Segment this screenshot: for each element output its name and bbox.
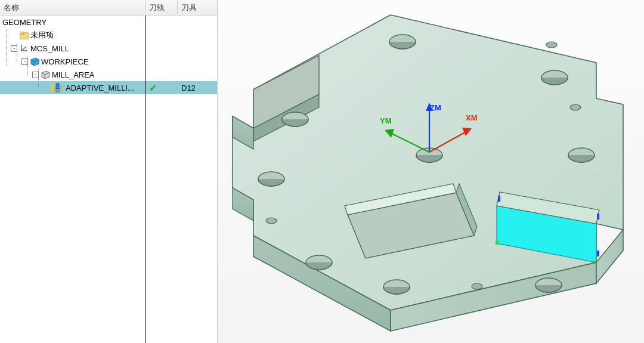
- tree-label-geometry: GEOMETRY: [2, 18, 47, 27]
- tree-label-mill-area: MILL_AREA: [52, 70, 95, 79]
- axis-x-label: XM: [466, 113, 478, 122]
- svg-marker-26: [596, 230, 623, 283]
- svg-point-38: [546, 42, 557, 48]
- column-header-name[interactable]: 名称: [0, 0, 145, 15]
- svg-rect-17: [597, 214, 599, 220]
- mill-area-icon: [41, 70, 50, 79]
- mcs-icon: [19, 44, 29, 53]
- svg-rect-19: [496, 241, 499, 245]
- check-icon: ✓: [149, 82, 157, 94]
- operation-icon: [54, 83, 64, 92]
- column-header-tool[interactable]: 刀具: [178, 0, 217, 15]
- cell-tool-adaptive: D12: [178, 84, 217, 92]
- tree-body: GEOMETRY 未用项 -: [0, 16, 217, 94]
- workpiece-icon: [30, 57, 39, 66]
- tool-label: D12: [181, 84, 196, 92]
- column-divider[interactable]: [145, 16, 146, 343]
- svg-rect-9: [56, 84, 59, 89]
- tree-row-mill-area[interactable]: - MILL_AREA: [0, 68, 217, 81]
- model-viewport[interactable]: ZM XM YM: [218, 0, 644, 343]
- svg-point-39: [570, 104, 581, 110]
- cell-track-adaptive: ✓: [145, 82, 178, 94]
- svg-point-40: [266, 218, 277, 224]
- svg-rect-10: [56, 89, 59, 92]
- tree-row-geometry[interactable]: GEOMETRY: [0, 16, 217, 29]
- tree-header: 名称 刀轨 刀具: [0, 0, 217, 16]
- warning-bar-icon: [51, 84, 53, 92]
- tree-row-adaptive-milling[interactable]: ADAPTIVE_MILLI... ✓ D12: [0, 81, 217, 94]
- tree-row-workpiece[interactable]: - WORKPIECE: [0, 55, 217, 68]
- tree-label-unused: 未用项: [30, 30, 54, 41]
- svg-rect-18: [597, 251, 599, 257]
- tree-row-unused[interactable]: 未用项: [0, 29, 217, 42]
- axis-z-label: ZM: [430, 103, 441, 112]
- axis-y-label: YM: [380, 116, 392, 125]
- svg-rect-1: [20, 32, 24, 34]
- svg-rect-16: [498, 196, 500, 202]
- svg-marker-7: [42, 71, 49, 79]
- tree-row-mcs-mill[interactable]: - MCS_MILL: [0, 42, 217, 55]
- svg-line-4: [21, 47, 26, 51]
- tree-label-mcs-mill: MCS_MILL: [30, 44, 69, 53]
- svg-point-41: [472, 283, 482, 289]
- svg-marker-5: [31, 58, 39, 66]
- folder-icon: [19, 30, 29, 40]
- tree-label-workpiece: WORKPIECE: [41, 57, 88, 66]
- tree-label-adaptive: ADAPTIVE_MILLI...: [66, 84, 134, 92]
- column-header-track[interactable]: 刀轨: [145, 0, 178, 15]
- model-render: [218, 0, 644, 343]
- operation-navigator: 名称 刀轨 刀具 GEOMETRY 未用项: [0, 0, 218, 343]
